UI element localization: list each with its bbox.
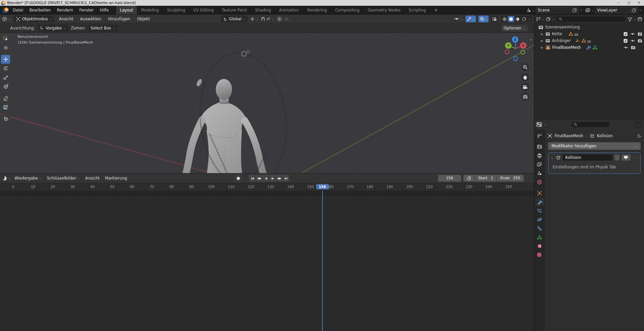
chevron-down-icon[interactable]: ⌄ bbox=[591, 9, 594, 12]
ziehen-select[interactable]: Select Box ⌄ bbox=[88, 25, 118, 32]
tab-animation[interactable]: Animation bbox=[275, 6, 303, 14]
close-button[interactable]: ✕ bbox=[634, 0, 644, 6]
options-button[interactable]: Optionen ⌄ bbox=[501, 25, 528, 32]
hide-eye-icon[interactable] bbox=[630, 32, 635, 36]
scene-icon[interactable] bbox=[526, 8, 531, 13]
checkbox-icon[interactable] bbox=[623, 32, 628, 36]
viewlayer-icon[interactable] bbox=[585, 8, 590, 13]
blender-menu-icon[interactable] bbox=[3, 7, 9, 13]
overlays-toggle[interactable]: ⌄ bbox=[478, 16, 489, 22]
add-modifier-button[interactable]: Modifikator hinzufügen ⌄ bbox=[548, 142, 641, 150]
gizmo-z-neg[interactable] bbox=[513, 56, 518, 61]
tab-object[interactable] bbox=[534, 189, 544, 197]
outliner-scene-filter-button[interactable]: ⌄ bbox=[546, 17, 555, 21]
menu-hinzufuegen[interactable]: Hinzufügen bbox=[106, 17, 132, 21]
collection-name[interactable]: Anhänger bbox=[552, 38, 571, 43]
chevron-down-icon[interactable]: ⌄ bbox=[532, 9, 535, 12]
drag-handle-icon[interactable]: :::: bbox=[632, 156, 638, 159]
menu-objekt[interactable]: Objekt bbox=[135, 17, 152, 21]
tab-texture[interactable] bbox=[534, 251, 544, 259]
sidebar-toggle[interactable]: ‹ bbox=[530, 37, 532, 42]
breadcrumb-modifier[interactable]: Kollision bbox=[597, 133, 613, 138]
jump-to-start-button[interactable]: |◀ bbox=[249, 175, 255, 182]
tab-view-layer[interactable] bbox=[534, 160, 544, 168]
viewport-canvas[interactable]: Benutzeransicht (156) Szenensammlung | F… bbox=[0, 33, 534, 173]
tab-modeling[interactable]: Modeling bbox=[138, 6, 163, 14]
navigation-gizmo[interactable]: Z X Y bbox=[505, 38, 526, 59]
copy-icon[interactable] bbox=[632, 8, 636, 13]
gizmo-z-axis[interactable]: Z bbox=[512, 36, 518, 43]
copy-icon[interactable] bbox=[573, 8, 577, 13]
play-button[interactable]: ▶ bbox=[269, 175, 276, 182]
editor-type-button[interactable]: ⌄ bbox=[2, 17, 11, 21]
tab-material[interactable] bbox=[534, 242, 544, 250]
disable-render-camera-icon[interactable] bbox=[638, 32, 642, 36]
pivot-point-button[interactable]: ⌄ bbox=[250, 17, 258, 21]
end-frame-field[interactable]: Ende250 bbox=[497, 175, 524, 182]
tool-transform[interactable] bbox=[1, 82, 10, 91]
expand-arrow-icon[interactable]: ▶ bbox=[540, 46, 544, 49]
breadcrumb-object[interactable]: FinalBaseMesh bbox=[555, 133, 583, 138]
camera-view-button[interactable] bbox=[521, 83, 529, 91]
outliner-row-anhaenger[interactable]: ▶ Anhänger 56 bbox=[534, 37, 644, 44]
properties-editor-type-button[interactable]: ⌄ bbox=[536, 122, 546, 127]
tab-output[interactable] bbox=[534, 151, 544, 160]
timeline-tracks[interactable] bbox=[0, 191, 534, 331]
tab-scripting[interactable]: Scripting bbox=[405, 6, 430, 14]
tool-scale[interactable] bbox=[1, 73, 10, 82]
collapse-chevron-icon[interactable]: ⌄ bbox=[551, 156, 554, 159]
playhead-line[interactable] bbox=[322, 191, 323, 331]
proportional-editing-button[interactable] bbox=[277, 17, 282, 21]
timeline-ruler[interactable]: 156 010203040506070809010011012013014015… bbox=[0, 183, 534, 191]
tab-particles[interactable] bbox=[534, 207, 544, 215]
menu-bearbeiten[interactable]: Bearbeiten bbox=[27, 6, 54, 15]
tool-move[interactable] bbox=[1, 55, 10, 64]
add-workspace-button[interactable]: + bbox=[430, 6, 441, 14]
collection-name[interactable]: Kette bbox=[552, 32, 562, 36]
play-reverse-button[interactable]: ◀ bbox=[263, 175, 269, 182]
menu-hilfe[interactable]: Hilfe bbox=[97, 6, 111, 15]
minimize-button[interactable]: — bbox=[614, 0, 624, 6]
tab-world[interactable] bbox=[534, 178, 544, 186]
shading-material-button[interactable] bbox=[514, 16, 521, 22]
menu-auswaehlen[interactable]: Auswählen bbox=[78, 17, 103, 21]
xray-toggle[interactable] bbox=[491, 16, 498, 22]
expand-arrow-icon[interactable]: ▶ bbox=[540, 33, 544, 36]
gizmo-y-neg[interactable] bbox=[520, 50, 525, 55]
tab-geometry-nodes[interactable]: Geometry Nodes bbox=[364, 6, 404, 14]
pan-button[interactable] bbox=[521, 73, 529, 81]
tab-layout[interactable]: Layout bbox=[116, 6, 137, 14]
menu-fenster[interactable]: Fenster bbox=[77, 6, 97, 15]
outliner-row-finalbasemesh[interactable]: ▶ FinalBaseMesh bbox=[534, 44, 644, 51]
mode-select[interactable]: Objektmodus ⌄ bbox=[14, 16, 54, 22]
tab-sculpting[interactable]: Sculpting bbox=[163, 6, 189, 14]
properties-search-input[interactable] bbox=[571, 121, 610, 128]
tool-measure[interactable] bbox=[1, 103, 10, 112]
pin-icon[interactable] bbox=[637, 134, 641, 138]
zoom-button[interactable] bbox=[521, 63, 529, 71]
tab-physics[interactable] bbox=[534, 215, 544, 224]
shading-wireframe-button[interactable] bbox=[501, 16, 508, 22]
tool-select-box[interactable] bbox=[1, 34, 10, 43]
disable-render-camera-icon[interactable] bbox=[638, 39, 642, 43]
gizmo-y-axis[interactable]: Y bbox=[505, 42, 512, 49]
human-base-mesh[interactable] bbox=[166, 79, 278, 173]
use-preview-range-button[interactable] bbox=[463, 175, 475, 182]
menu-tl-ansicht[interactable]: Ansicht bbox=[84, 176, 101, 181]
menu-markierung[interactable]: Markierung bbox=[103, 176, 129, 181]
start-frame-field[interactable]: Start1 bbox=[475, 175, 497, 182]
tab-compositing[interactable]: Compositing bbox=[331, 6, 363, 14]
hide-eye-icon[interactable] bbox=[623, 46, 628, 49]
snap-button[interactable]: ⌄ bbox=[261, 17, 275, 21]
outliner-filter-button[interactable]: ⌄ bbox=[628, 17, 636, 21]
gizmo-x-axis[interactable]: X bbox=[520, 42, 526, 49]
current-frame-field[interactable]: 156 bbox=[438, 175, 461, 182]
keying-set-chevron[interactable]: ⌄ bbox=[243, 177, 246, 180]
checkbox-icon[interactable] bbox=[623, 39, 628, 43]
auto-keying-button[interactable] bbox=[234, 175, 242, 182]
tab-uv-editing[interactable]: UV Editing bbox=[190, 6, 217, 14]
tab-shading[interactable]: Shading bbox=[251, 6, 275, 14]
tab-modifiers[interactable] bbox=[535, 198, 544, 206]
shading-rendered-button[interactable] bbox=[521, 16, 527, 22]
viewlayer-name[interactable]: ViewLayer bbox=[597, 8, 630, 13]
